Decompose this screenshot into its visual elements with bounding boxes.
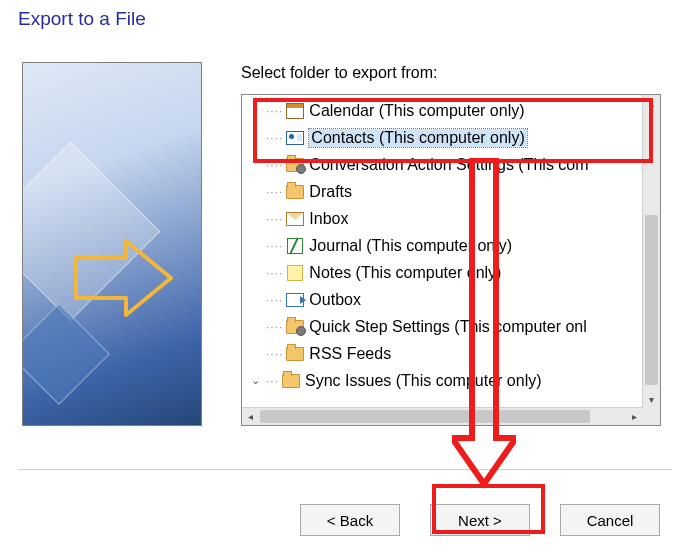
separator	[18, 469, 672, 470]
outbox-icon	[286, 292, 304, 308]
tree-item-label: Contacts (This computer only)	[309, 129, 526, 147]
scroll-left-icon[interactable]: ◂	[242, 408, 259, 425]
next-button[interactable]: Next >	[430, 504, 530, 536]
tree-item-rss-feeds[interactable]: ···· RSS Feeds	[242, 340, 643, 367]
tree-item-label: RSS Feeds	[309, 345, 391, 363]
notes-icon	[286, 265, 304, 281]
inbox-icon	[286, 211, 304, 227]
tree-item-label: Sync Issues (This computer only)	[305, 372, 542, 390]
contacts-icon	[286, 130, 304, 146]
folder-icon	[286, 184, 304, 200]
scroll-down-icon[interactable]: ▾	[643, 391, 660, 408]
tree-item-quickstep-settings[interactable]: ···· Quick Step Settings (This computer …	[242, 313, 643, 340]
tree-item-label: Conversation Action Settings (This com	[309, 156, 588, 174]
tree-item-contacts[interactable]: ···· Contacts (This computer only)	[242, 124, 643, 151]
tree-item-inbox[interactable]: ···· Inbox	[242, 205, 643, 232]
wizard-button-row: < Back Next > Cancel	[300, 504, 660, 536]
calendar-icon	[286, 103, 304, 119]
folder-tree-items[interactable]: ···· Calendar (This computer only) ···· …	[242, 95, 643, 408]
vertical-scrollbar[interactable]: ▴ ▾	[642, 95, 660, 408]
tree-item-label: Drafts	[309, 183, 352, 201]
scroll-thumb[interactable]	[645, 215, 658, 385]
tree-item-journal[interactable]: ···· Journal (This computer only)	[242, 232, 643, 259]
folder-icon	[282, 373, 300, 389]
dialog-title: Export to a File	[18, 8, 146, 30]
tree-item-label: Inbox	[309, 210, 348, 228]
tree-item-notes[interactable]: ···· Notes (This computer only)	[242, 259, 643, 286]
folder-tree[interactable]: ···· Calendar (This computer only) ···· …	[241, 94, 661, 426]
folder-cog-icon	[286, 157, 304, 173]
tree-item-label: Notes (This computer only)	[309, 264, 501, 282]
tree-item-drafts[interactable]: ···· Drafts	[242, 178, 643, 205]
folder-cog-icon	[286, 319, 304, 335]
tree-item-label: Quick Step Settings (This computer onl	[309, 318, 586, 336]
tree-item-label: Calendar (This computer only)	[309, 102, 524, 120]
prompt-label: Select folder to export from:	[241, 64, 438, 82]
tree-item-outbox[interactable]: ···· Outbox	[242, 286, 643, 313]
wizard-arrow-graphic	[71, 233, 181, 323]
chevron-down-icon[interactable]: ⌄	[248, 374, 262, 387]
folder-icon	[286, 346, 304, 362]
cancel-button[interactable]: Cancel	[560, 504, 660, 536]
wizard-banner-image	[22, 62, 202, 426]
tree-item-label: Journal (This computer only)	[309, 237, 512, 255]
tree-item-conversation-settings[interactable]: ···· Conversation Action Settings (This …	[242, 151, 643, 178]
journal-icon	[286, 238, 304, 254]
scroll-right-icon[interactable]: ▸	[626, 408, 643, 425]
scroll-thumb[interactable]	[260, 410, 590, 423]
horizontal-scrollbar[interactable]: ◂ ▸	[242, 407, 643, 425]
back-button[interactable]: < Back	[300, 504, 400, 536]
scroll-corner	[643, 408, 660, 425]
tree-item-calendar[interactable]: ···· Calendar (This computer only)	[242, 97, 643, 124]
tree-item-label: Outbox	[309, 291, 361, 309]
tree-item-sync-issues[interactable]: ⌄ ··· Sync Issues (This computer only)	[242, 367, 643, 394]
scroll-up-icon[interactable]: ▴	[643, 95, 660, 112]
